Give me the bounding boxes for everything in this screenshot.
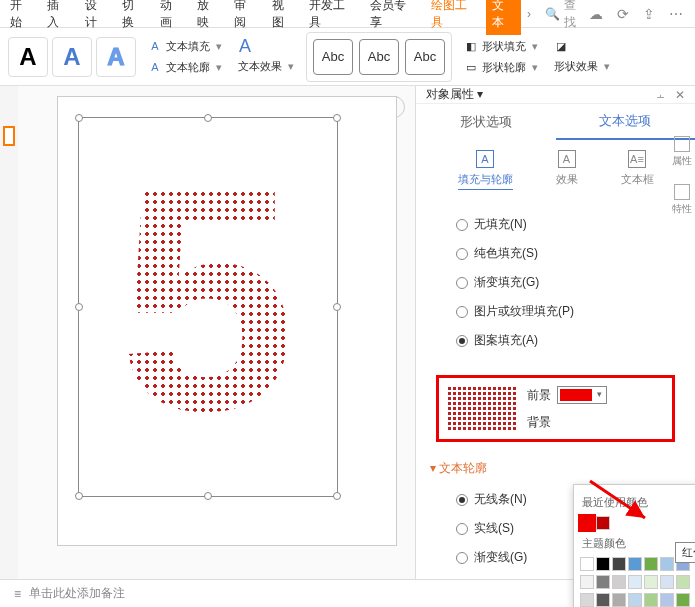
swatch[interactable]: [596, 575, 610, 589]
resize-handle[interactable]: [204, 114, 212, 122]
tab-text-tools[interactable]: 文本: [486, 0, 521, 35]
tab-transition[interactable]: 切换: [116, 0, 151, 35]
shape-style-1[interactable]: Abc: [313, 39, 353, 75]
search-placeholder: 查找: [564, 0, 587, 31]
fill-options: 无填充(N) 纯色填充(S) 渐变填充(G) 图片或纹理填充(P) 图案填充(A…: [416, 200, 695, 365]
swatch[interactable]: [644, 593, 658, 607]
tab-animation[interactable]: 动画: [154, 0, 189, 35]
swatch[interactable]: [676, 593, 690, 607]
shape-style-3[interactable]: Abc: [405, 39, 445, 75]
outline-section-title[interactable]: 文本轮廓: [416, 452, 695, 485]
subtab-effect[interactable]: A 效果: [556, 150, 578, 190]
text-effect-icon: A: [238, 39, 252, 53]
search-input[interactable]: 🔍 查找: [545, 0, 587, 31]
bucket-icon: ◧: [464, 39, 478, 53]
tab-drawing-tools[interactable]: 绘图工具: [425, 0, 484, 35]
radio-gradient-fill[interactable]: 渐变填充(G): [456, 268, 675, 297]
slide[interactable]: 5: [57, 96, 397, 546]
swatch[interactable]: [644, 575, 658, 589]
tabs-more-icon[interactable]: ›: [523, 7, 535, 21]
swatch[interactable]: [596, 557, 610, 571]
tab-devtools[interactable]: 开发工具: [303, 0, 362, 35]
resize-handle[interactable]: [75, 492, 83, 500]
wordart-style-3[interactable]: A: [96, 37, 136, 77]
swatch[interactable]: [628, 557, 642, 571]
wordart-style-1[interactable]: A: [8, 37, 48, 77]
tab-review[interactable]: 审阅: [228, 0, 263, 35]
thumbnail-selected[interactable]: [3, 126, 15, 146]
canvas-area[interactable]: + 5: [18, 86, 415, 579]
resize-handle[interactable]: [204, 492, 212, 500]
subtab-fill-outline[interactable]: A 填充与轮廓: [458, 150, 513, 190]
refresh-icon[interactable]: ⟳: [617, 6, 629, 22]
special-icon: [674, 184, 690, 200]
swatch[interactable]: [580, 575, 594, 589]
foreground-color-picker[interactable]: ▾: [557, 386, 607, 404]
shape-outline-button[interactable]: ▭形状轮廓▾: [460, 58, 542, 77]
text-frame-selected[interactable]: 5: [78, 117, 338, 497]
swatch[interactable]: [596, 593, 610, 607]
search-icon: 🔍: [545, 7, 560, 21]
text-effect-label[interactable]: 文本效果▾: [234, 57, 298, 76]
resize-handle[interactable]: [333, 114, 341, 122]
text-effect-button[interactable]: A: [234, 37, 298, 55]
resize-handle[interactable]: [333, 492, 341, 500]
background-label: 背景: [527, 414, 551, 431]
swatch[interactable]: [676, 575, 690, 589]
workspace: + 5 对象属性 ▾ ⫠ ✕ 形状选项 文本选项: [0, 86, 695, 579]
swatch[interactable]: [612, 557, 626, 571]
panel-tab-shape[interactable]: 形状选项: [416, 105, 556, 139]
radio-pattern-fill[interactable]: 图案填充(A): [456, 326, 675, 355]
swatch-darkred[interactable]: [596, 516, 610, 530]
tab-view[interactable]: 视图: [266, 0, 301, 35]
radio-solid-fill[interactable]: 纯色填充(S): [456, 239, 675, 268]
slide-thumbnails[interactable]: [0, 86, 18, 579]
tab-insert[interactable]: 插入: [41, 0, 76, 35]
swatch[interactable]: [612, 593, 626, 607]
textbox-icon: A≡: [628, 150, 646, 168]
share-icon[interactable]: ⇪: [643, 6, 655, 22]
more-icon[interactable]: ⋯: [669, 6, 683, 22]
tab-slideshow[interactable]: 放映: [191, 0, 226, 35]
properties-panel: 对象属性 ▾ ⫠ ✕ 形状选项 文本选项 A 填充与轮廓 A 效果 A≡ 文本框…: [415, 86, 695, 579]
swatch[interactable]: [660, 557, 674, 571]
text-fill-button[interactable]: A文本填充▾: [144, 37, 226, 56]
subtab-textbox[interactable]: A≡ 文本框: [621, 150, 654, 190]
radio-no-fill[interactable]: 无填充(N): [456, 210, 675, 239]
resize-handle[interactable]: [75, 114, 83, 122]
right-rail: 属性 特性: [669, 116, 695, 216]
rail-special[interactable]: 特性: [672, 184, 692, 216]
cloud-icon[interactable]: ☁: [589, 6, 603, 22]
tab-vip[interactable]: 会员专享: [364, 0, 423, 35]
swatch-red-highlighted[interactable]: [580, 516, 594, 530]
swatch[interactable]: [580, 557, 594, 571]
swatch[interactable]: [628, 575, 642, 589]
shape-style-2[interactable]: Abc: [359, 39, 399, 75]
radio-picture-fill[interactable]: 图片或纹理填充(P): [456, 297, 675, 326]
shape-effect-button[interactable]: ◪: [550, 37, 614, 55]
wordart-styles: A A A: [8, 37, 136, 77]
wordart-style-2[interactable]: A: [52, 37, 92, 77]
pattern-preview[interactable]: [447, 386, 517, 431]
tab-start[interactable]: 开始: [4, 0, 39, 35]
pin-icon[interactable]: ⫠: [655, 88, 667, 102]
fill-icon: A: [476, 150, 494, 168]
rail-properties[interactable]: 属性: [672, 136, 692, 168]
close-icon[interactable]: ✕: [675, 88, 685, 102]
swatch[interactable]: [660, 575, 674, 589]
text-outline-button[interactable]: A文本轮廓▾: [144, 58, 226, 77]
swatch[interactable]: [612, 575, 626, 589]
resize-handle[interactable]: [333, 303, 341, 311]
effect-icon: A: [558, 150, 576, 168]
resize-handle[interactable]: [75, 303, 83, 311]
shape-fill-button[interactable]: ◧形状填充▾: [460, 37, 542, 56]
swatch[interactable]: [628, 593, 642, 607]
text-outline-icon: A: [148, 60, 162, 74]
swatch[interactable]: [644, 557, 658, 571]
swatch[interactable]: [580, 593, 594, 607]
shape-effect-label[interactable]: 形状效果▾: [550, 57, 614, 76]
tab-design[interactable]: 设计: [79, 0, 114, 35]
shape-styles: Abc Abc Abc: [306, 32, 452, 82]
main-tabs: 开始 插入 设计 切换 动画 放映 审阅 视图 开发工具 会员专享 绘图工具 文…: [0, 0, 695, 28]
swatch[interactable]: [660, 593, 674, 607]
